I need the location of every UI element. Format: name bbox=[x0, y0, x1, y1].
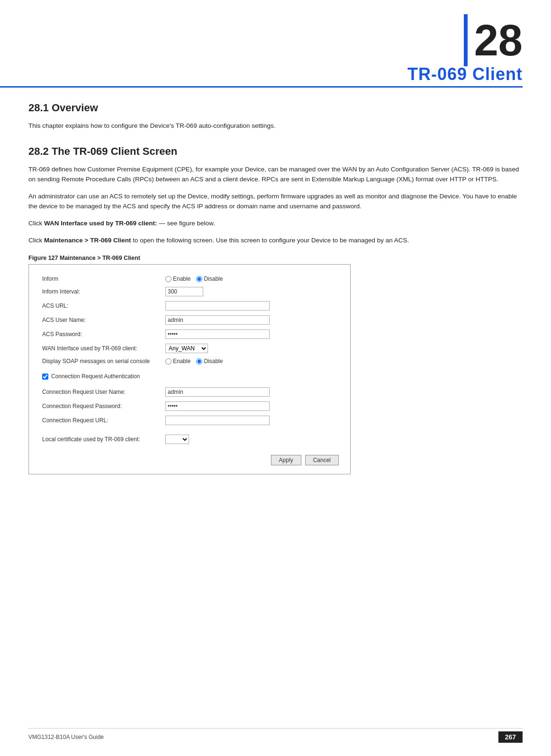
soap-enable-label[interactable]: Enable bbox=[165, 358, 190, 365]
section-heading-client-screen: 28.2 The TR-069 Client Screen bbox=[28, 145, 523, 158]
conn-req-password-row: Connection Request Password: bbox=[40, 399, 339, 413]
inform-disable-label[interactable]: Disable bbox=[196, 276, 223, 282]
conn-req-username-row: Connection Request User Name: bbox=[40, 385, 339, 399]
button-row: Apply Cancel bbox=[40, 453, 339, 465]
figure-box: Inform Enable Disable bbox=[28, 264, 351, 474]
conn-req-username-input[interactable] bbox=[165, 387, 270, 397]
paragraph-1: TR-069 defines how Customer Premise Equi… bbox=[28, 164, 523, 185]
wan-interface-label: WAN Interface used by TR-069 client: bbox=[40, 341, 163, 356]
inform-enable-label[interactable]: Enable bbox=[165, 276, 190, 282]
acs-url-input-cell bbox=[163, 299, 339, 313]
soap-disable-label[interactable]: Disable bbox=[196, 358, 223, 365]
conn-req-password-input-cell bbox=[163, 399, 339, 413]
inform-disable-radio[interactable] bbox=[196, 276, 202, 282]
acs-password-input-cell bbox=[163, 327, 339, 341]
local-cert-row: Local certificate used by TR-069 client: bbox=[40, 432, 339, 446]
inform-label: Inform bbox=[40, 273, 163, 285]
conn-auth-cell: Connection Request Authentication bbox=[40, 367, 339, 385]
click-instruction-inline: — see figure below. bbox=[157, 220, 215, 227]
soap-disable-radio[interactable] bbox=[196, 358, 202, 365]
local-cert-select-cell bbox=[163, 432, 339, 446]
conn-auth-label: Connection Request Authentication bbox=[51, 373, 140, 380]
page-number-box: 267 bbox=[498, 731, 523, 743]
conn-req-username-label: Connection Request User Name: bbox=[40, 385, 163, 399]
wan-interface-select[interactable]: Any_WAN WAN1 WAN2 bbox=[165, 344, 208, 353]
page-footer: VMG1312-B10A User's Guide 267 bbox=[28, 728, 523, 743]
acs-url-label: ACS URL: bbox=[40, 299, 163, 313]
conn-req-url-input-cell bbox=[163, 413, 339, 427]
apply-button[interactable]: Apply bbox=[271, 455, 301, 465]
spacer-row bbox=[40, 427, 339, 432]
chapter-number-block: 28 bbox=[464, 14, 523, 66]
conn-req-username-input-cell bbox=[163, 385, 339, 399]
conn-auth-row: Connection Request Authentication bbox=[40, 367, 339, 385]
inform-interval-input[interactable] bbox=[165, 287, 203, 296]
acs-url-row: ACS URL: bbox=[40, 299, 339, 313]
conn-req-password-input[interactable] bbox=[165, 401, 270, 411]
acs-password-label: ACS Password: bbox=[40, 327, 163, 341]
blue-bar-decoration bbox=[464, 14, 468, 66]
chapter-title: TR-069 Client bbox=[0, 64, 523, 84]
inform-row: Inform Enable Disable bbox=[40, 273, 339, 285]
form-table: Inform Enable Disable bbox=[40, 273, 339, 446]
local-cert-label: Local certificate used by TR-069 client: bbox=[40, 432, 163, 446]
wan-interface-row: WAN Interface used by TR-069 client: Any… bbox=[40, 341, 339, 356]
overview-paragraph: This chapter explains how to configure t… bbox=[28, 121, 523, 131]
conn-req-password-label: Connection Request Password: bbox=[40, 399, 163, 413]
local-cert-select[interactable] bbox=[165, 435, 189, 444]
inform-enable-radio[interactable] bbox=[165, 276, 172, 282]
footer-left-text: VMG1312-B10A User's Guide bbox=[28, 734, 104, 740]
conn-auth-checkbox[interactable] bbox=[42, 374, 48, 380]
chapter-header: 28 bbox=[0, 0, 551, 66]
figure-caption-text: Maintenance > TR-069 Client bbox=[58, 255, 140, 261]
conn-req-url-row: Connection Request URL: bbox=[40, 413, 339, 427]
title-underline bbox=[0, 86, 523, 88]
acs-username-row: ACS User Name: bbox=[40, 313, 339, 327]
chapter-number: 28 bbox=[474, 18, 523, 62]
paragraph-2: An administrator can use an ACS to remot… bbox=[28, 191, 523, 212]
section-heading-overview: 28.1 Overview bbox=[28, 102, 523, 114]
acs-password-input[interactable] bbox=[165, 329, 270, 339]
figure-caption-bold: Figure 127 bbox=[28, 255, 58, 261]
click-instruction-full: Click Maintenance > TR-069 Client to ope… bbox=[28, 235, 523, 246]
soap-row: Display SOAP messages on serial console … bbox=[40, 356, 339, 367]
conn-req-url-input[interactable] bbox=[165, 416, 270, 425]
soap-radio-group: Enable Disable bbox=[163, 356, 339, 367]
inform-interval-input-cell bbox=[163, 285, 339, 299]
acs-password-row: ACS Password: bbox=[40, 327, 339, 341]
inform-radio-group: Enable Disable bbox=[163, 273, 339, 285]
main-content: 28.1 Overview This chapter explains how … bbox=[0, 102, 551, 503]
soap-enable-radio[interactable] bbox=[165, 358, 172, 365]
click-instruction-bold: WAN Interface used by TR-069 client: bbox=[44, 220, 157, 227]
soap-label: Display SOAP messages on serial console bbox=[40, 356, 163, 367]
acs-username-input[interactable] bbox=[165, 315, 270, 325]
page-number: 267 bbox=[505, 733, 516, 741]
acs-url-input[interactable] bbox=[165, 301, 270, 311]
figure-caption: Figure 127 Maintenance > TR-069 Client bbox=[28, 255, 523, 261]
conn-req-url-label: Connection Request URL: bbox=[40, 413, 163, 427]
cancel-button[interactable]: Cancel bbox=[305, 455, 339, 465]
acs-username-label: ACS User Name: bbox=[40, 313, 163, 327]
paragraph-3: Click WAN Interface used by TR-069 clien… bbox=[28, 218, 523, 229]
inform-interval-label: Inform Interval: bbox=[40, 285, 163, 299]
wan-interface-select-cell: Any_WAN WAN1 WAN2 bbox=[163, 341, 339, 356]
inform-interval-row: Inform Interval: bbox=[40, 285, 339, 299]
acs-username-input-cell bbox=[163, 313, 339, 327]
